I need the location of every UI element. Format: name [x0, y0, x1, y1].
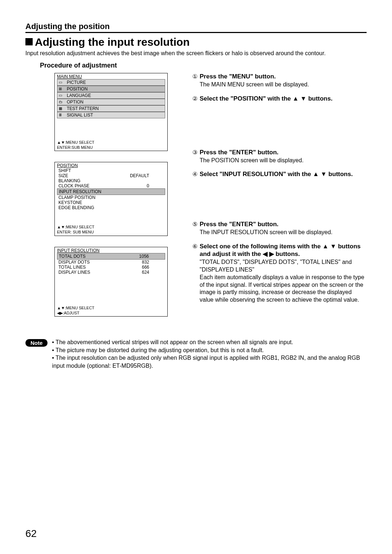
position-icon: ⊠ — [59, 87, 65, 91]
step-3: ③Press the "ENTER" button. The POSITION … — [192, 149, 367, 164]
menu-screenshot-main: MAIN MENU ▭PICTURE ⊠POSITION ▭LANGUAGE 🗀… — [54, 73, 168, 151]
menu-item: DISPLAY DOTS832 — [57, 260, 165, 265]
circled-2-icon: ② — [192, 95, 200, 102]
page-number: 62 — [25, 528, 37, 539]
menu-item: ▦TEST PATTERN — [57, 105, 165, 112]
step-4: ④Select "INPUT RESOLUTION" with the ▲ ▼ … — [192, 171, 367, 178]
circled-3-icon: ③ — [192, 149, 200, 156]
square-bullet-icon — [25, 38, 33, 45]
menu-footer: ▲▼:MENU SELECT ENTER: SUB MENU — [55, 225, 167, 235]
circled-4-icon: ④ — [192, 171, 200, 178]
menu-item: CLAMP POSITION — [57, 195, 165, 200]
menu-item-selected: ⊠POSITION — [57, 86, 165, 92]
menu-screenshot-input-res: INPUT RESOLUTION TOTAL DOTS1056 DISPLAY … — [54, 247, 168, 317]
page-title: Adjusting the input resolution — [25, 36, 367, 48]
procedure-heading: Procedure of adjustment — [40, 62, 367, 69]
circled-1-icon: ① — [192, 73, 200, 80]
menu-title: MAIN MENU — [55, 73, 167, 79]
language-icon: ▭ — [59, 93, 65, 97]
menu-footer: ▲▼:MENU SELECT ENTER:SUB MENU — [55, 140, 167, 150]
step-body: The MAIN MENU screen will be displayed. — [200, 81, 367, 89]
note-item: • The input resolution can be adjusted o… — [52, 354, 367, 370]
menu-item: ▭PICTURE — [57, 79, 165, 86]
menu-item: TOTAL LINES666 — [57, 265, 165, 270]
menu-item: DISPLAY LINES624 — [57, 270, 165, 275]
menu-item: EDGE BLENDING — [57, 205, 165, 210]
menu-item: 🗀OPTION — [57, 99, 165, 105]
menu-item-selected: INPUT RESOLUTION — [57, 188, 165, 195]
note-list: • The abovementioned vertical stripes wi… — [52, 338, 367, 370]
menu-item: CLOCK PHASE0 — [57, 183, 165, 188]
step-body: The POSITION screen will be displayed. — [200, 157, 367, 164]
menu-item: SIZEDEFAULT — [57, 173, 165, 178]
note-item: • The abovementioned vertical stripes wi… — [52, 338, 367, 346]
menu-screenshot-position: POSITION SHIFT SIZEDEFAULT BLANKING CLOC… — [54, 162, 168, 236]
note-section: Note • The abovementioned vertical strip… — [25, 338, 367, 370]
step-6: ⑥Select one of the following items with … — [192, 243, 367, 304]
title-text: Adjusting the input resolution — [35, 36, 190, 48]
menu-title: INPUT RESOLUTION — [55, 247, 167, 253]
menu-item-selected: TOTAL DOTS1056 — [57, 253, 165, 260]
menu-footer: ▲▼:MENU SELECT ◀▶:ADJUST — [55, 306, 167, 316]
step-body: The INPUT RESOLUTION screen will be disp… — [200, 229, 367, 236]
step-5: ⑤Press the "ENTER" button. The INPUT RES… — [192, 221, 367, 236]
step-1: ①Press the "MENU" button. The MAIN MENU … — [192, 73, 367, 89]
menu-item: SHIFT — [57, 168, 165, 173]
menu-item: ▭LANGUAGE — [57, 92, 165, 99]
pattern-icon: ▦ — [59, 106, 65, 110]
circled-6-icon: ⑥ — [192, 243, 200, 250]
section-header: Adjusting the position — [25, 22, 367, 33]
circled-5-icon: ⑤ — [192, 221, 200, 228]
note-item: • The picture may be distorted during th… — [52, 346, 367, 354]
note-badge: Note — [25, 339, 48, 347]
step-2: ②Select the "POSITION" with the ▲ ▼ butt… — [192, 95, 367, 102]
picture-icon: ▭ — [59, 80, 65, 84]
option-icon: 🗀 — [59, 100, 65, 104]
menu-title: POSITION — [55, 162, 167, 168]
menu-item: BLANKING — [57, 178, 165, 183]
step-body: "TOTAL DOTS", "DISPLAYED DOTS", "TOTAL L… — [200, 258, 367, 304]
list-icon: ≣ — [59, 113, 65, 117]
menu-item: ≣SIGNAL LIST — [57, 112, 165, 118]
menu-item: KEYSTONE — [57, 200, 165, 205]
intro-text: Input resolution adjustment achieves the… — [25, 50, 367, 57]
